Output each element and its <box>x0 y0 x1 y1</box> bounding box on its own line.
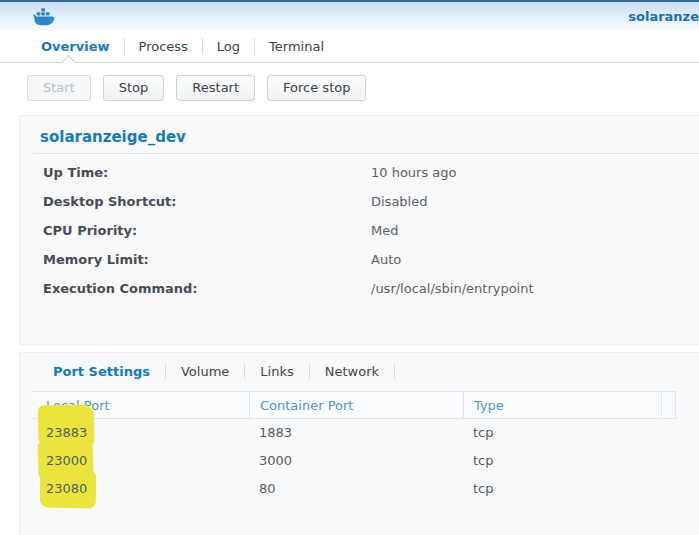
detail-label: Desktop Shortcut: <box>43 187 371 216</box>
tab-port-settings[interactable]: Port Settings <box>38 364 165 379</box>
tab-network[interactable]: Network <box>310 364 394 379</box>
local-port-value: 23883 <box>46 425 87 440</box>
column-header-container-port[interactable]: Container Port <box>249 392 463 418</box>
table-row[interactable]: 23883 1883 tcp <box>31 419 676 447</box>
container-details-list: Up Time: 10 hours ago Desktop Shortcut: … <box>43 158 689 303</box>
port-type-value: tcp <box>463 447 661 475</box>
detail-label: CPU Priority: <box>43 216 371 245</box>
detail-value: Auto <box>371 245 401 274</box>
detail-label: Execution Command: <box>43 274 371 303</box>
container-name: solaranzeige_dev <box>40 128 186 146</box>
port-type-value: tcp <box>463 419 661 447</box>
port-settings-panel: Port Settings Volume Links Network Local… <box>19 352 699 535</box>
container-port-value: 3000 <box>249 447 463 475</box>
restart-button[interactable]: Restart <box>176 75 255 101</box>
action-toolbar: Start Stop Restart Force stop <box>27 75 366 101</box>
stop-button[interactable]: Stop <box>103 75 165 101</box>
tab-terminal[interactable]: Terminal <box>255 31 338 62</box>
column-header-spacer <box>661 392 675 418</box>
highlighted-local-port: 23080 <box>46 475 87 503</box>
port-type-value: tcp <box>463 475 661 503</box>
port-table-header: Local Port Container Port Type <box>31 391 676 419</box>
detail-row-execution-command: Execution Command: /usr/local/sbin/entry… <box>43 274 689 303</box>
local-port-value: 23080 <box>46 481 87 496</box>
container-overview-panel: solaranzeige_dev Up Time: 10 hours ago D… <box>19 115 699 345</box>
detail-value: Disabled <box>371 187 427 216</box>
tab-overview[interactable]: Overview <box>27 31 124 62</box>
detail-row-memory-limit: Memory Limit: Auto <box>43 245 689 274</box>
tab-process[interactable]: Process <box>125 31 202 62</box>
start-button[interactable]: Start <box>27 75 91 101</box>
detail-row-desktop-shortcut: Desktop Shortcut: Disabled <box>43 187 689 216</box>
detail-row-uptime: Up Time: 10 hours ago <box>43 158 689 187</box>
column-header-type[interactable]: Type <box>463 392 661 418</box>
heading-divider <box>33 153 699 154</box>
main-tabbar: Overview Process Log Terminal <box>0 30 699 63</box>
detail-value: 10 hours ago <box>371 158 457 187</box>
tab-log[interactable]: Log <box>203 31 254 62</box>
local-port-value: 23000 <box>46 453 87 468</box>
window-title: solaranze <box>628 9 699 24</box>
table-row[interactable]: 23080 80 tcp <box>31 475 676 503</box>
tab-links[interactable]: Links <box>245 364 308 379</box>
detail-label: Up Time: <box>43 158 371 187</box>
detail-label: Memory Limit: <box>43 245 371 274</box>
window-titlebar: solaranze <box>0 0 699 30</box>
tab-volume[interactable]: Volume <box>166 364 244 379</box>
docker-whale-icon <box>33 7 55 30</box>
detail-value: /usr/local/sbin/entrypoint <box>371 274 534 303</box>
port-panel-tabbar: Port Settings Volume Links Network <box>20 353 699 389</box>
force-stop-button[interactable]: Force stop <box>267 75 366 101</box>
container-port-value: 1883 <box>249 419 463 447</box>
detail-value: Med <box>371 216 398 245</box>
container-port-value: 80 <box>249 475 463 503</box>
table-row[interactable]: 23000 3000 tcp <box>31 447 676 475</box>
tab-divider <box>394 364 395 379</box>
detail-row-cpu-priority: CPU Priority: Med <box>43 216 689 245</box>
port-table: Local Port Container Port Type 23883 188… <box>31 391 676 503</box>
